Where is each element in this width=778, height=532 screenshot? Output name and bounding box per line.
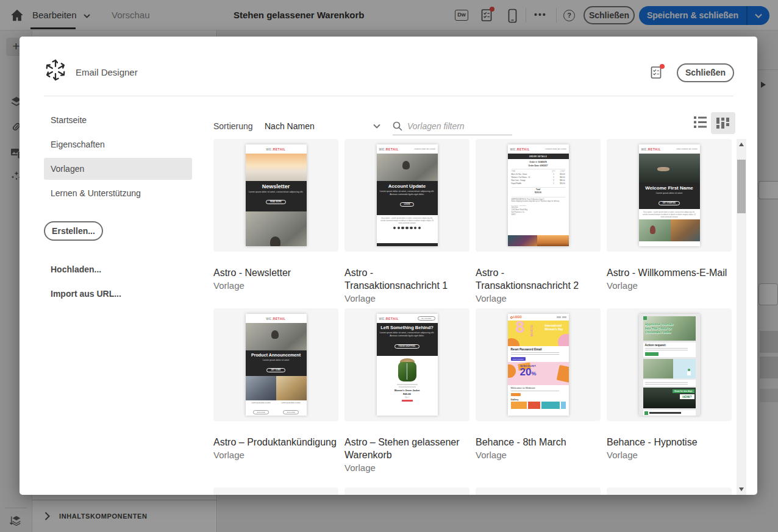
- green-square: [644, 411, 648, 415]
- template-list-scrollbar[interactable]: [737, 139, 746, 495]
- template-card-behance-hypnotise[interactable]: Hypnotise YourselfInto The Ghost OfChris…: [607, 308, 732, 460]
- thumb-heading: Reset Password Email: [511, 348, 566, 351]
- template-name: Astro - Willkommens-E-Mail: [607, 266, 732, 279]
- template-card-astro-warenkorb[interactable]: WE.RETAIL MY ACCOUNT Left Something Behi…: [344, 308, 469, 473]
- green-corner-badge: [643, 316, 647, 320]
- upload-link[interactable]: Hochladen...: [51, 264, 101, 274]
- clipped-section: [643, 410, 696, 416]
- template-thumbnail: WE.RETAIL Product Announcement Lorem ips…: [213, 308, 338, 421]
- template-card-behance-8th-march[interactable]: LOGO 8 MARCH International Women's Day R…: [476, 308, 601, 460]
- template-thumbnail: LOGO 8 MARCH International Women's Day R…: [476, 308, 601, 421]
- sidebar-item-lernen[interactable]: Lernen & Unterstützung: [44, 182, 192, 204]
- sidebar-item-vorlagen[interactable]: Vorlagen: [44, 158, 192, 180]
- thumb-cta: READ MORE: [266, 200, 286, 204]
- text-lines: [649, 412, 681, 414]
- template-thumbnail: WE.RETAIL Newsletter Lorem ipsum dolor s…: [213, 139, 338, 252]
- big-eight: 8: [516, 321, 525, 337]
- brand: WE.RETAIL: [379, 147, 399, 151]
- dark-text-block: Product Announcement Lorem ipsum dolor s…: [246, 350, 307, 376]
- template-kind: Vorlage: [607, 450, 732, 460]
- notification-dot: [660, 64, 665, 69]
- hero-image: [377, 154, 438, 181]
- search-icon: [393, 121, 402, 131]
- product-qty: Qty: 1: [405, 396, 409, 399]
- template-thumbnail-peek: [607, 488, 732, 495]
- template-kind: Vorlage: [476, 450, 601, 460]
- template-card-astro-transaktion-2[interactable]: WE.RETAIL Products | News | My Account O…: [476, 139, 601, 303]
- sprout-photo: Grow for two days HOW?: [643, 388, 696, 408]
- chevron-down-icon[interactable]: [373, 124, 380, 129]
- brand-header: WE.RETAIL: [246, 144, 307, 154]
- welcome-block: Welcome to Website: [508, 385, 569, 398]
- discount-banner: DISCOUNT 20%: [508, 362, 569, 385]
- text-lines: [511, 391, 559, 392]
- template-kind: Vorlage: [344, 463, 469, 473]
- thumb-body: Lorem ipsum dolor sit amet, consectetuer…: [380, 190, 435, 196]
- list-view-icon[interactable]: [694, 116, 707, 128]
- brand: WE.RETAIL: [641, 147, 662, 151]
- thumb-description: Description - Lorem ipsum dolor sit amet…: [377, 215, 438, 225]
- shipping-method: SHIPPING METHOD: Free (5 Business Days*)…: [508, 197, 569, 204]
- text-lines: [399, 386, 416, 388]
- thumb-cta: FINISH SHOPPING: [394, 344, 419, 349]
- order-date: Order Date: 6/9/2017: [508, 165, 569, 167]
- scrollbar-thumb[interactable]: [737, 160, 746, 213]
- how-label: HOW?: [680, 394, 694, 399]
- blue-photo: [673, 359, 695, 378]
- sidebar-item-eigenschaften[interactable]: Eigenschaften: [44, 133, 192, 155]
- brand-we: WE.: [266, 147, 273, 151]
- template-thumbnail-peek: [344, 488, 469, 495]
- plant-pot: [687, 371, 691, 375]
- photo: [246, 376, 276, 400]
- person-figure: [402, 161, 410, 169]
- brand-header: WE.RETAIL Products | News | My Account: [377, 144, 438, 154]
- thumb-cta: LOGIN: [400, 202, 415, 207]
- photo: [537, 235, 569, 246]
- photo: [639, 219, 671, 241]
- sort-dropdown[interactable]: Nach Namen: [265, 118, 315, 134]
- plants-photo: [643, 359, 674, 378]
- email-preview: WE.RETAIL Product Announcement Lorem ips…: [246, 314, 307, 416]
- dark-text-block: Account Update Lorem ipsum dolor sit ame…: [377, 181, 438, 215]
- template-search: [393, 118, 512, 135]
- email-preview: WE.RETAIL Products | News | My Account O…: [508, 144, 569, 246]
- create-button[interactable]: Erstellen...: [44, 221, 103, 241]
- sidebar-item-startseite[interactable]: Startseite: [44, 109, 192, 131]
- womens-day-banner: 8 MARCH International Women's Day: [508, 321, 569, 346]
- dialog-close-button[interactable]: Schließen: [677, 63, 734, 82]
- brand: WE.RETAIL: [510, 147, 530, 151]
- template-card-astro-produktankuendigung[interactable]: WE.RETAIL Product Announcement Lorem ips…: [213, 308, 338, 460]
- sort-label: Sortierung: [213, 118, 253, 134]
- order-number: Order #: 12345678: [508, 161, 569, 163]
- report-checklist-icon[interactable]: [649, 66, 663, 79]
- link-text: [402, 400, 413, 402]
- dark-text-block: Welcome First Name Lorem ipsum dolor sit…: [639, 183, 700, 209]
- two-column-text: Lorem ipsum dolor sit amet SHOP NOW Lore…: [246, 400, 307, 416]
- brand-header: WE.RETAIL: [246, 314, 307, 323]
- template-card-astro-newsletter[interactable]: WE.RETAIL Newsletter Lorem ipsum dolor s…: [213, 139, 338, 291]
- thumb-description: Description - Lorem ipsum dolor sit amet…: [639, 209, 700, 219]
- template-card-astro-willkommen[interactable]: WE.RETAIL News | Products | My Account W…: [607, 139, 732, 291]
- gallery-tiles: [508, 402, 569, 409]
- grow-label: Grow for two days: [673, 389, 694, 393]
- template-card-astro-transaktion-1[interactable]: WE.RETAIL Products | News | My Account A…: [344, 139, 469, 303]
- thumb-heading: Welcome First Name: [641, 185, 698, 191]
- thumb-heading: Product Announcement: [248, 353, 304, 358]
- photo-row: [246, 376, 307, 400]
- template-thumbnail: WE.RETAIL MY ACCOUNT Left Something Behi…: [344, 308, 469, 421]
- product-block: Women's Green Jacket $65.00 Qty: 1: [377, 356, 438, 416]
- import-from-url-link[interactable]: Import aus URL...: [51, 289, 121, 299]
- shop-now-cta: SHOP NOW: [283, 410, 298, 414]
- green-cta: [645, 352, 658, 356]
- thumb-body: Lorem ipsum dolor sit amet: [642, 192, 697, 195]
- scroll-down-arrow[interactable]: [739, 488, 744, 491]
- search-input[interactable]: [407, 118, 511, 134]
- grid-view-button[interactable]: [711, 112, 735, 134]
- discount-percent: 20%: [520, 366, 537, 378]
- photo: [671, 219, 700, 241]
- scroll-up-arrow[interactable]: [739, 143, 744, 146]
- template-name: Behance - 8th March: [476, 436, 601, 449]
- email-preview: WE.RETAIL News | Products | My Account W…: [639, 144, 700, 246]
- logo: LOGO: [510, 316, 522, 319]
- thumb-heading: Newsletter: [248, 183, 304, 190]
